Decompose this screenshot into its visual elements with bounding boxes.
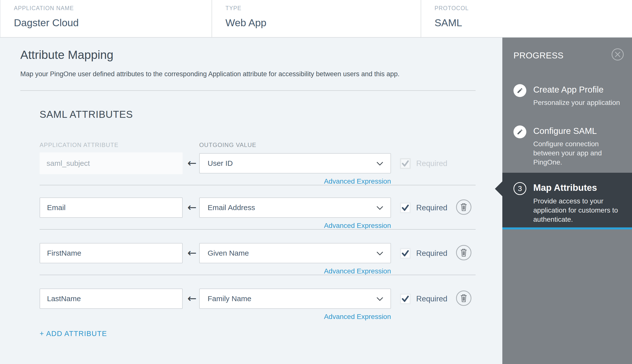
dropdown-selected-value: User ID: [208, 159, 233, 168]
required-label: Required: [416, 204, 448, 212]
required-checkbox[interactable]: [400, 202, 411, 213]
application-attribute-input[interactable]: [40, 288, 182, 309]
app-header: APPLICATION NAME Dagster Cloud TYPE Web …: [0, 0, 632, 38]
step-number-badge: 3: [514, 182, 526, 195]
advanced-expression-link[interactable]: Advanced Expression: [324, 178, 391, 185]
application-attribute-input[interactable]: [40, 198, 182, 218]
page-title: Attribute Mapping: [20, 48, 113, 62]
chevron-down-icon: [377, 297, 383, 302]
outgoing-value-dropdown[interactable]: Given Name: [199, 243, 391, 263]
trash-icon: [460, 294, 468, 302]
column-header-application-attribute: APPLICATION ATTRIBUTE: [40, 142, 118, 148]
checkmark-icon: [402, 250, 409, 256]
application-attribute-input: [40, 152, 182, 174]
outgoing-value-dropdown[interactable]: Family Name: [199, 288, 391, 309]
add-attribute-link[interactable]: + ADD ATTRIBUTE: [40, 330, 107, 338]
header-type: TYPE Web App: [212, 0, 421, 37]
application-name-value: Dagster Cloud: [14, 17, 212, 29]
type-label: TYPE: [226, 5, 421, 12]
trash-icon: [460, 203, 468, 211]
protocol-value: SAML: [434, 17, 632, 29]
step-title: Configure SAML: [533, 126, 597, 136]
advanced-expression-link[interactable]: Advanced Expression: [324, 313, 391, 321]
required-label: Required: [416, 294, 448, 303]
left-arrow-icon: ←: [184, 246, 200, 259]
advanced-expression-link[interactable]: Advanced Expression: [324, 222, 391, 230]
required-checkbox[interactable]: [400, 294, 411, 304]
step-description: Configure connection between your app an…: [533, 139, 625, 167]
required-checkbox: [400, 158, 411, 169]
progress-step-configure-saml[interactable]: Configure SAML Configure connection betw…: [502, 126, 632, 168]
chevron-down-icon: [377, 252, 383, 256]
checkmark-icon: [402, 296, 409, 302]
step-title: Map Attributes: [533, 182, 597, 193]
application-name-label: APPLICATION NAME: [14, 5, 212, 12]
divider: [20, 90, 476, 91]
dropdown-selected-value: Family Name: [208, 294, 252, 303]
progress-panel-title: PROGRESS: [514, 50, 564, 60]
left-arrow-icon: ←: [184, 292, 200, 304]
pencil-icon: [514, 84, 526, 97]
column-header-outgoing-value: OUTGOING VALUE: [199, 142, 256, 148]
application-attribute-input[interactable]: [40, 243, 182, 263]
left-arrow-icon: ←: [184, 157, 200, 169]
required-checkbox[interactable]: [400, 248, 411, 259]
dropdown-selected-value: Given Name: [208, 249, 249, 257]
close-icon: [611, 48, 624, 61]
progress-step-create-app-profile[interactable]: Create App Profile Personalize your appl…: [502, 84, 632, 111]
delete-attribute-button[interactable]: [456, 245, 472, 260]
attribute-mapping-panel: Attribute Mapping Map your PingOne user …: [0, 38, 502, 364]
delete-attribute-button[interactable]: [456, 200, 472, 215]
step-description: Provide access to your application for c…: [533, 196, 625, 224]
checkmark-icon: [402, 160, 409, 167]
page-description: Map your PingOne user defined attributes…: [20, 70, 400, 78]
checkmark-icon: [402, 205, 409, 211]
required-label: Required: [416, 159, 448, 168]
section-title-saml-attributes: SAML ATTRIBUTES: [40, 109, 133, 120]
trash-icon: [460, 248, 468, 257]
chevron-down-icon: [377, 206, 383, 211]
advanced-expression-link[interactable]: Advanced Expression: [324, 267, 391, 275]
attribute-row-lastname: ← Family Name Required Advanced Expressi…: [40, 288, 476, 333]
step-description: Personalize your application: [533, 98, 625, 107]
header-application-name: APPLICATION NAME Dagster Cloud: [0, 0, 212, 37]
attribute-row-firstname: ← Given Name Required Advanced Expressio…: [40, 243, 476, 288]
active-step-pointer: [495, 182, 502, 196]
divider: [40, 275, 476, 275]
left-arrow-icon: ←: [184, 201, 200, 214]
outgoing-value-dropdown[interactable]: Email Address: [199, 198, 391, 218]
progress-step-map-attributes-active[interactable]: 3 Map Attributes Provide access to your …: [502, 173, 632, 230]
attribute-row-saml-subject: ← User ID Required Advanced Expression: [40, 153, 476, 198]
required-label: Required: [416, 249, 448, 258]
progress-panel: PROGRESS Create App Profile Personalize …: [502, 38, 632, 364]
divider: [40, 229, 476, 230]
protocol-label: PROTOCOL: [434, 5, 632, 12]
dropdown-selected-value: Email Address: [208, 204, 255, 212]
type-value: Web App: [226, 17, 421, 29]
divider: [40, 185, 476, 185]
header-protocol: PROTOCOL SAML: [421, 0, 632, 37]
attribute-row-email: ← Email Address Required Advanced Expres…: [40, 198, 476, 242]
pencil-icon: [514, 126, 526, 138]
close-progress-button[interactable]: [611, 48, 624, 61]
delete-attribute-button[interactable]: [456, 290, 472, 306]
outgoing-value-dropdown[interactable]: User ID: [199, 153, 391, 174]
step-title: Create App Profile: [533, 85, 604, 94]
chevron-down-icon: [377, 162, 383, 167]
